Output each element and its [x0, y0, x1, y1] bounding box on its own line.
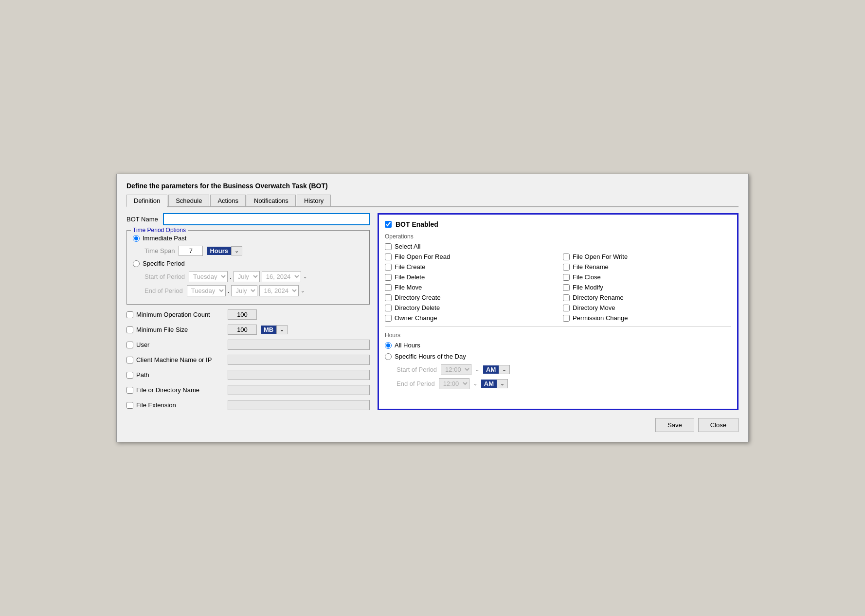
dir-move-label: Directory Move [573, 304, 615, 311]
user-checkbox[interactable] [126, 342, 133, 348]
min-file-size-input[interactable] [228, 325, 257, 335]
end-date-select[interactable]: 16, 2024 [259, 285, 299, 296]
owner-change-label: Owner Change [395, 314, 437, 322]
dir-rename-checkbox[interactable] [563, 294, 570, 301]
hours-start-time-select[interactable]: 12:00 [441, 364, 471, 375]
mb-dropdown-arrow[interactable]: ⌄ [276, 325, 288, 334]
tab-definition[interactable]: Definition [126, 195, 167, 207]
path-input[interactable] [228, 370, 370, 380]
file-extension-checkbox[interactable] [126, 402, 133, 409]
user-input[interactable] [228, 340, 370, 350]
end-day-select[interactable]: Tuesday [187, 285, 226, 296]
all-hours-label: All Hours [395, 342, 420, 349]
path-checkbox[interactable] [126, 372, 133, 379]
immediate-past-label: Immediate Past [143, 235, 186, 242]
dir-delete-item: Directory Delete [385, 304, 553, 311]
specific-hours-row: Specific Hours of the Day [385, 353, 731, 360]
file-rename-checkbox[interactable] [563, 264, 570, 271]
immediate-past-radio[interactable] [133, 235, 140, 242]
close-button[interactable]: Close [698, 418, 739, 432]
start-month-select[interactable]: July [234, 271, 260, 282]
select-all-checkbox[interactable] [385, 243, 392, 250]
file-dir-name-label: File or Directory Name [136, 386, 199, 394]
file-rename-label: File Rename [573, 263, 609, 271]
specific-hours-label: Specific Hours of the Day [395, 353, 466, 360]
permission-change-item: Permission Change [563, 314, 731, 322]
tab-notifications[interactable]: Notifications [247, 195, 296, 206]
tab-bar: Definition Schedule Actions Notification… [126, 195, 739, 207]
time-span-input[interactable] [179, 246, 203, 256]
end-period-row: End of Period Tuesday . July 16, 2024 ⌄ [144, 285, 363, 296]
client-machine-input[interactable] [228, 355, 370, 365]
min-op-count-input[interactable] [228, 309, 257, 320]
bot-name-input[interactable] [163, 213, 370, 225]
user-label: User [136, 341, 149, 348]
file-dir-name-label-group: File or Directory Name [126, 386, 224, 394]
specific-period-radio[interactable] [133, 260, 140, 267]
user-row: User [126, 340, 370, 350]
file-create-item: File Create [385, 263, 553, 271]
file-dir-name-input[interactable] [228, 385, 370, 395]
end-month-select[interactable]: July [231, 285, 257, 296]
file-delete-item: File Delete [385, 273, 553, 281]
file-extension-input[interactable] [228, 400, 370, 410]
start-ampm-arrow[interactable]: ⌄ [499, 365, 510, 374]
dir-create-checkbox[interactable] [385, 294, 392, 301]
end-ampm-wrapper: AM ⌄ [481, 379, 508, 388]
permission-change-checkbox[interactable] [563, 315, 570, 322]
dir-delete-checkbox[interactable] [385, 305, 392, 311]
all-hours-radio[interactable] [385, 342, 392, 349]
start-day-select[interactable]: Tuesday [189, 271, 228, 282]
file-close-label: File Close [573, 273, 601, 281]
dir-rename-item: Directory Rename [563, 294, 731, 301]
dir-rename-label: Directory Rename [573, 294, 624, 301]
hours-end-label: End of Period [396, 380, 435, 387]
specific-hours-radio[interactable] [385, 353, 392, 360]
min-file-size-label-group: Minimum File Size [126, 326, 224, 333]
hours-dropdown-arrow[interactable]: ⌄ [231, 246, 242, 255]
file-open-read-checkbox[interactable] [385, 254, 392, 260]
file-open-write-checkbox[interactable] [563, 254, 570, 260]
min-file-size-checkbox[interactable] [126, 326, 133, 333]
save-button[interactable]: Save [655, 418, 694, 432]
end-ampm-arrow[interactable]: ⌄ [497, 379, 508, 388]
path-row: Path [126, 370, 370, 380]
file-modify-checkbox[interactable] [563, 284, 570, 291]
permission-change-label: Permission Change [573, 314, 628, 322]
client-machine-checkbox[interactable] [126, 357, 133, 363]
start-ampm-wrapper: AM ⌄ [483, 365, 510, 374]
main-dialog: Define the parameters for the Business O… [116, 174, 749, 442]
file-move-checkbox[interactable] [385, 284, 392, 291]
main-content: BOT Name Time Period Options Immediate P… [126, 213, 739, 410]
min-op-count-checkbox[interactable] [126, 311, 133, 318]
file-close-checkbox[interactable] [563, 274, 570, 281]
file-create-checkbox[interactable] [385, 264, 392, 271]
right-panel: BOT Enabled Operations Select All File O… [378, 213, 739, 410]
end-date-group: Tuesday . July 16, 2024 ⌄ [187, 285, 305, 296]
file-dir-name-checkbox[interactable] [126, 387, 133, 394]
client-machine-row: Client Machine Name or IP [126, 355, 370, 365]
file-extension-label-group: File Extension [126, 401, 224, 409]
dir-create-label: Directory Create [395, 294, 441, 301]
min-file-size-row: Minimum File Size MB ⌄ [126, 325, 370, 335]
specific-period-row: Specific Period [133, 260, 363, 267]
mb-value: MB [261, 326, 276, 334]
tab-history[interactable]: History [297, 195, 331, 206]
bot-enabled-row: BOT Enabled [385, 220, 731, 228]
file-delete-checkbox[interactable] [385, 274, 392, 281]
specific-period-label: Specific Period [143, 260, 185, 267]
hours-start-row: Start of Period 12:00 ⌄ AM ⌄ [396, 364, 731, 375]
dir-move-checkbox[interactable] [563, 305, 570, 311]
start-sep: . [230, 273, 232, 280]
owner-change-checkbox[interactable] [385, 315, 392, 322]
end-time-caret: ⌄ [473, 381, 477, 386]
hours-section-label: Hours [385, 332, 731, 339]
file-open-write-label: File Open For Write [573, 253, 628, 260]
tab-schedule[interactable]: Schedule [168, 195, 209, 206]
mb-select-wrapper: MB ⌄ [261, 325, 288, 334]
hours-end-time-select[interactable]: 12:00 [439, 378, 469, 389]
start-date-select[interactable]: 16, 2024 [262, 271, 301, 282]
tab-actions[interactable]: Actions [210, 195, 246, 206]
end-of-period-label: End of Period [144, 287, 183, 294]
bot-enabled-checkbox[interactable] [385, 221, 392, 228]
